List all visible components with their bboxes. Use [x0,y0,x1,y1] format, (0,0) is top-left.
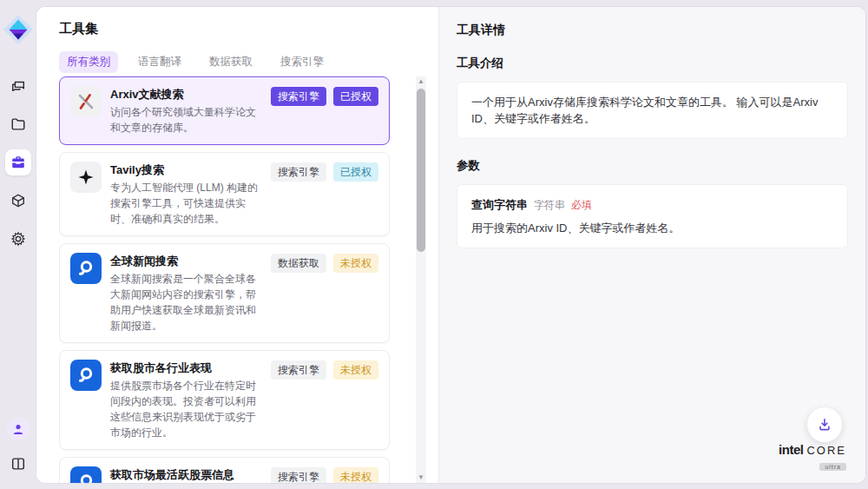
folder-icon[interactable] [5,111,31,137]
auth-status-badge: 已授权 [333,87,378,106]
settings-gear-icon[interactable] [5,226,31,252]
core-wordmark: CORE [806,444,846,457]
app-logo[interactable] [2,12,35,47]
tool-list-panel: 工具集 所有类别语言翻译数据获取搜索引擎 Arxiv文献搜索 访问各个研究领域大… [36,7,439,483]
category-tab[interactable]: 搜索引擎 [273,51,332,73]
user-avatar[interactable] [7,418,30,440]
scroll-up-arrow[interactable]: ▲ [416,76,426,87]
category-badge: 搜索引擎 [271,360,326,380]
param-item: 查询字符串 字符串 必填 用于搜索的Arxiv ID、关键字或作者姓名。 [471,196,833,236]
intel-core-logo: intel CORE ultra [779,442,846,472]
chat-icon[interactable] [5,73,31,99]
main-shell: 工具集 所有类别语言翻译数据获取搜索引擎 Arxiv文献搜索 访问各个研究领域大… [36,7,865,483]
rail-bottom [5,418,31,489]
juhe-icon [70,253,102,284]
tool-description: 专为人工智能代理 (LLM) 构建的搜索引擎工具，可快速提供实时、准确和真实的结… [110,180,262,227]
intel-wordmark: intel [779,442,803,457]
juhe-icon [70,360,102,391]
tool-card[interactable]: Arxiv文献搜索 访问各个研究领域大量科学论文和文章的存储库。 搜索引擎 已授… [59,76,390,145]
tool-name: 全球新闻搜索 [110,254,262,268]
tool-description: 访问各个研究领域大量科学论文和文章的存储库。 [110,104,262,135]
panel-toggle-icon[interactable] [5,451,31,477]
tavily-icon [70,162,102,193]
toolbox-icon-active[interactable] [5,149,31,175]
auth-status-badge: 未授权 [333,254,378,273]
tool-card[interactable]: 获取市场最活跃股票信息 提供当天交易量最高的股票列表，投资者可以利用这些信息来识… [59,457,390,483]
auth-status-badge: 未授权 [333,360,378,380]
list-scrollbar[interactable]: ▲ ▼ [416,76,426,483]
param-type: 字符串 [534,197,565,214]
category-tab[interactable]: 数据获取 [201,51,260,73]
tool-cards-list: Arxiv文献搜索 访问各个研究领域大量科学论文和文章的存储库。 搜索引擎 已授… [59,76,390,483]
rail-nav [5,73,31,252]
category-tab[interactable]: 所有类别 [59,51,118,73]
tool-description: 提供股票市场各个行业在特定时间段内的表现。投资者可以利用这些信息来识别表现优于或… [110,378,262,440]
params-heading: 参数 [457,158,848,174]
params-box: 查询字符串 字符串 必填 用于搜索的Arxiv ID、关键字或作者姓名。 [457,184,848,248]
tool-name: 获取股市各行业表现 [110,360,262,375]
download-button[interactable] [807,407,842,442]
category-badge: 搜索引擎 [271,87,326,106]
intro-heading: 工具介绍 [457,56,848,71]
tool-card[interactable]: Tavily搜索 专为人工智能代理 (LLM) 构建的搜索引擎工具，可快速提供实… [59,152,390,236]
param-name: 查询字符串 [471,196,528,213]
tool-name: 获取市场最活跃股票信息 [110,467,262,482]
detail-title: 工具详情 [457,23,848,38]
auth-status-badge: 未授权 [333,467,378,483]
param-required-flag: 必填 [571,197,592,214]
auth-status-badge: 已授权 [333,162,378,182]
tool-detail-panel: 工具详情 工具介绍 一个用于从Arxiv存储库搜索科学论文和文章的工具。 输入可… [439,7,865,483]
category-badge: 搜索引擎 [271,467,326,483]
category-badge: 搜索引擎 [271,162,326,182]
cube-icon[interactable] [5,188,31,214]
juhe-icon [70,466,102,483]
scrollbar-thumb[interactable] [417,89,425,252]
tool-name: Arxiv文献搜索 [110,87,262,102]
left-rail [0,0,36,489]
tool-card[interactable]: 获取股市各行业表现 提供股票市场各个行业在特定时间段内的表现。投资者可以利用这些… [59,350,390,450]
tool-card[interactable]: 全球新闻搜索 全球新闻搜索是一个聚合全球各大新闻网站内容的搜索引擎，帮助用户快速… [59,243,390,343]
arxiv-icon [70,86,102,117]
category-tab[interactable]: 语言翻译 [130,51,189,73]
category-tabs: 所有类别语言翻译数据获取搜索引擎 [59,51,438,73]
tool-description: 全球新闻搜索是一个聚合全球各大新闻网站内容的搜索引擎，帮助用户快速获取全球最新资… [110,271,262,334]
category-badge: 数据获取 [271,254,326,273]
tool-name: Tavily搜索 [110,162,262,177]
page-title: 工具集 [59,21,438,37]
param-description: 用于搜索的Arxiv ID、关键字或作者姓名。 [471,221,833,236]
ultra-badge: ultra [819,463,846,471]
intro-box: 一个用于从Arxiv存储库搜索科学论文和文章的工具。 输入可以是Arxiv ID… [457,82,848,139]
scroll-down-arrow[interactable]: ▼ [416,472,426,483]
